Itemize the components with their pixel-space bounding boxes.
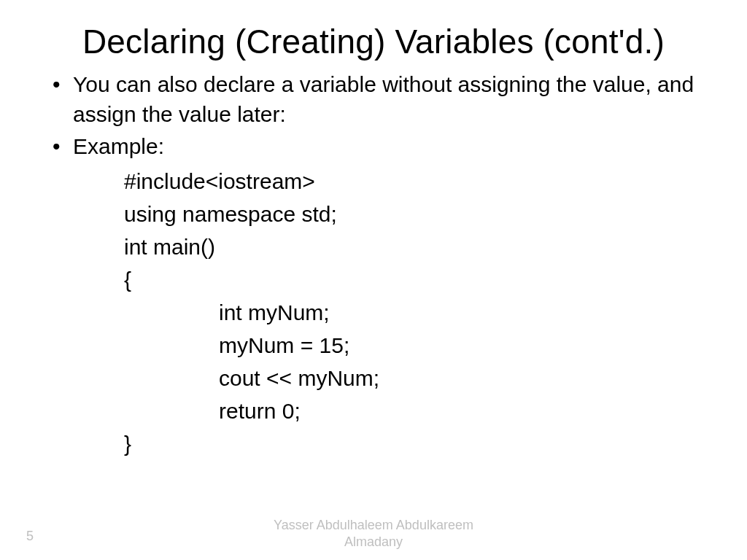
code-line: return 0; xyxy=(44,394,703,427)
bullet-item: Example: xyxy=(73,132,703,162)
slide: Declaring (Creating) Variables (cont'd.)… xyxy=(0,0,747,560)
code-line: int main() xyxy=(44,230,703,263)
code-line: } xyxy=(44,427,703,460)
footer-author: Yasser Abdulhaleem Abdulkareem Almadany xyxy=(0,517,747,550)
page-number: 5 xyxy=(26,529,34,544)
footer-line: Yasser Abdulhaleem Abdulkareem xyxy=(0,517,747,534)
footer-line: Almadany xyxy=(0,534,747,551)
code-line: cout << myNum; xyxy=(44,362,703,394)
code-line: int myNum; xyxy=(44,296,703,329)
code-line: myNum = 15; xyxy=(44,329,703,362)
bullet-list: You can also declare a variable without … xyxy=(44,70,703,162)
slide-title: Declaring (Creating) Variables (cont'd.) xyxy=(44,22,703,61)
code-line: using namespace std; xyxy=(44,198,703,230)
code-line: { xyxy=(44,263,703,296)
bullet-item: You can also declare a variable without … xyxy=(73,70,703,129)
code-line: #include<iostream> xyxy=(44,165,703,198)
